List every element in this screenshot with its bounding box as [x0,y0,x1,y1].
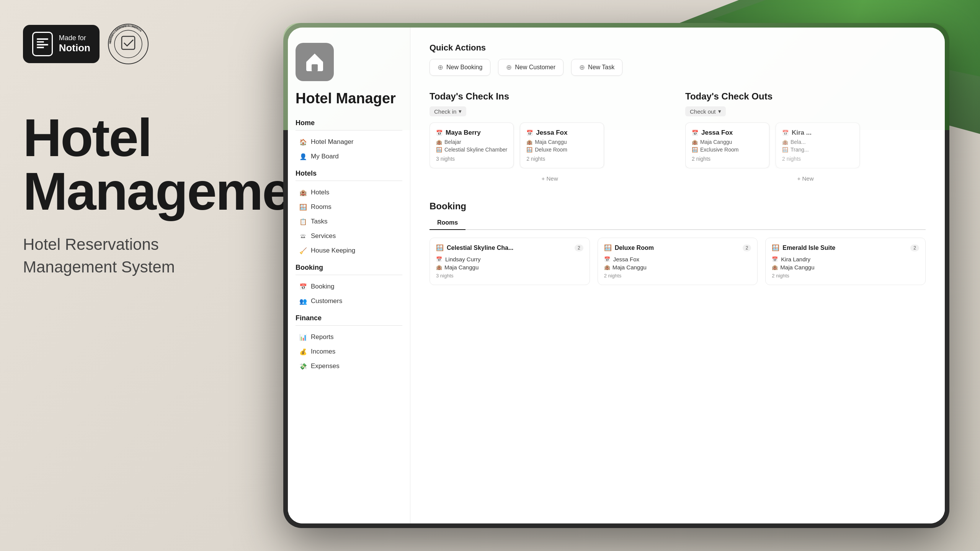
reports-icon: 📊 [299,333,307,341]
app-icon [296,43,334,81]
nav-item-expenses[interactable]: 💸 Expenses [296,359,402,373]
new-booking-label: New Booking [446,64,482,71]
checkout-card-1-calendar-icon: 📅 [782,130,789,136]
checkout-card-0-location: Maja Canggu [700,139,732,145]
nav-housekeeping-label: House Keeping [311,247,355,254]
new-customer-label: New Customer [515,64,555,71]
checkin-card-0-room-icon: 🪟 [436,147,442,153]
checkins-title: Today's Check Ins [430,91,670,102]
booking-col-1-count: 2 [743,245,751,251]
checkin-card-0-location: Belajar [444,139,461,145]
nav-hotels-section: Hotels [296,170,402,178]
booking-grid: 🪟 Celestial Skyline Cha... 2 📅 Lindsay C… [430,238,926,285]
svg-text:NOTION · CERTIFIED · NOTION ·: NOTION · CERTIFIED · NOTION · [109,24,140,44]
booking-col-2-location-icon: 🏨 [772,264,778,270]
checkin-filter-label: Check in [434,108,456,115]
nav-item-my-board[interactable]: 👤 My Board [296,150,402,163]
checkout-card-1-room-icon: 🪟 [782,147,788,153]
nav-item-tasks[interactable]: 📋 Tasks [296,215,402,228]
nav-item-hotel-manager[interactable]: 🏠 Hotel Manager [296,135,402,149]
certified-badge: NOTION · CERTIFIED · NOTION NOTION · CER… [107,23,149,65]
booking-col-1-location-icon: 🏨 [604,264,610,270]
nav-item-booking[interactable]: 📅 Booking [296,280,402,293]
svg-rect-2 [122,36,135,49]
checkout-filter-chevron: ▾ [718,108,721,115]
nav-booking-divider [296,275,402,275]
rooms-icon: 🪟 [299,203,307,211]
nav-item-incomes[interactable]: 💰 Incomes [296,345,402,359]
checkin-card-0-nights: 3 nights [436,156,507,162]
title-line1: Hotel [23,108,151,168]
checkin-card-1-room: Deluxe Room [535,147,567,153]
nav-item-reports[interactable]: 📊 Reports [296,330,402,344]
nav-tasks-label: Tasks [311,218,327,225]
checkin-section: Today's Check Ins Check in ▾ 📅 [430,91,670,186]
left-panel: Made for Notion NOTION · CERTIFIED · NOT… [0,0,253,551]
nav-rooms-label: Rooms [311,203,332,211]
checkout-card-0: 📅 Jessa Fox 🏨 Maja Canggu 🪟 [685,122,769,168]
checkin-card-1-room-icon: 🪟 [526,147,532,153]
nav-item-rooms[interactable]: 🪟 Rooms [296,200,402,214]
nav-item-services[interactable]: 🛎 Services [296,229,402,243]
app-title: Hotel Manager [296,90,402,107]
checkin-card-0: 📅 Maya Berry 🏨 Belajar 🪟 [430,122,514,168]
quick-actions-title: Quick Actions [430,43,926,53]
nav-finance-section: Finance [296,314,402,322]
checkin-card-0-name: Maya Berry [446,129,481,137]
svg-rect-7 [312,64,318,71]
nav-incomes-label: Incomes [311,348,335,355]
tablet-device: Hotel Manager Home 🏠 Hotel Manager 👤 My … [283,23,949,528]
nav-hotels-label: Hotels [311,189,329,196]
booking-col-0-icon: 🪟 [436,244,444,251]
booking-icon: 📅 [299,283,307,290]
new-booking-button[interactable]: ⊕ New Booking [430,59,490,76]
booking-col-0-count: 2 [575,245,583,251]
checkin-card-0-calendar-icon: 📅 [436,130,443,136]
checkout-cards-row: 📅 Jessa Fox 🏨 Maja Canggu 🪟 [685,122,926,168]
nav-reports-label: Reports [311,333,334,341]
new-customer-button[interactable]: ⊕ New Customer [498,59,564,76]
notion-logo-box: Made for Notion [23,25,100,63]
booking-col-2-icon: 🪟 [772,244,779,251]
checkin-card-0-room: Celestial Skyline Chamber [444,147,507,153]
housekeeping-icon: 🧹 [299,247,307,254]
nav-home-divider [296,130,402,130]
made-for-label: Made for [59,34,90,42]
checkout-card-1-location-icon: 🏨 [782,139,788,145]
checkout-card-1-name: Kira ... [792,129,812,137]
tablet-container: Hotel Manager Home 🏠 Hotel Manager 👤 My … [253,0,980,551]
booking-col-2: 🪟 Emerald Isle Suite 2 📅 Kira Landry [765,238,926,285]
checkout-card-0-room-icon: 🪟 [692,147,698,153]
checkin-filter-btn[interactable]: Check in ▾ [430,106,466,116]
new-task-button[interactable]: ⊕ New Task [571,59,622,76]
services-icon: 🛎 [299,232,307,240]
tab-rooms[interactable]: Rooms [430,216,466,230]
notion-badge-area: Made for Notion NOTION · CERTIFIED · NOT… [23,23,230,65]
notion-app: Hotel Manager Home 🏠 Hotel Manager 👤 My … [288,28,945,523]
booking-col-1-title: Deluxe Room [615,245,654,251]
checkin-card-1-nights: 2 nights [526,156,598,162]
checkin-new-button[interactable]: + New [430,171,670,186]
checkout-card-0-location-icon: 🏨 [692,139,698,145]
nav-services-label: Services [311,232,336,240]
new-booking-plus-icon: ⊕ [438,63,443,72]
quick-actions-row: ⊕ New Booking ⊕ New Customer ⊕ New Task [430,59,926,76]
nav-hotels-divider [296,181,402,181]
booking-col-1-person-name: Jessa Fox [613,256,639,262]
nav-item-housekeeping[interactable]: 🧹 House Keeping [296,244,402,258]
nav-expenses-label: Expenses [311,362,340,370]
checkout-filter-btn[interactable]: Check out ▾ [685,106,726,116]
nav-item-hotels[interactable]: 🏨 Hotels [296,186,402,199]
nav-item-customers[interactable]: 👥 Customers [296,294,402,308]
checkin-card-1-calendar-icon: 📅 [526,130,533,136]
checkout-new-button[interactable]: + New [685,171,926,186]
subtitle-line1: Hotel Reservations [23,235,159,253]
checkin-card-1-location-icon: 🏨 [526,139,532,145]
booking-col-1-location: Maja Canggu [612,264,647,271]
booking-col-1-icon: 🪟 [604,244,612,251]
booking-col-0-person-name: Lindsay Curry [445,256,481,262]
notion-n-icon [32,32,53,56]
hotel-manager-icon: 🏠 [299,138,307,146]
checkin-card-1-location: Maja Canggu [535,139,567,145]
booking-col-2-nights: 2 nights [772,273,919,279]
